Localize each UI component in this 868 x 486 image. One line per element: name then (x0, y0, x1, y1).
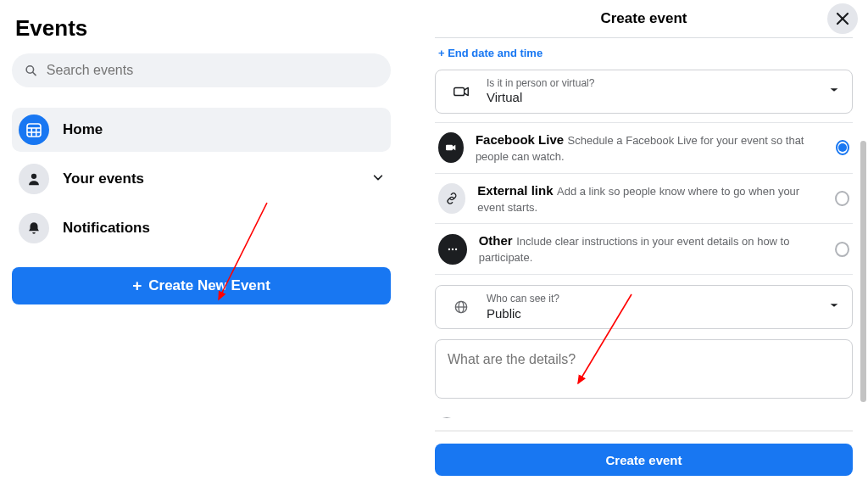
globe-icon (448, 293, 475, 321)
search-icon (24, 63, 38, 78)
radio-selected[interactable] (836, 140, 849, 155)
svg-line-1 (33, 72, 36, 75)
virtual-icon (448, 78, 475, 105)
calendar-grid-icon (19, 115, 49, 145)
sidebar-item-label: Your events (63, 170, 144, 187)
sidebar-item-notifications[interactable]: Notifications (12, 206, 391, 250)
option-facebook-live[interactable]: Facebook Live Schedule a Facebook Live f… (435, 122, 853, 174)
add-cohosts-row[interactable]: + Add co-hosts (435, 414, 853, 418)
select-value: Virtual (487, 90, 522, 104)
create-event-dialog: Create event + End date and time Is it i… (420, 0, 868, 486)
link-icon (438, 183, 465, 214)
sidebar-nav: Home Your events Notifications (12, 108, 391, 250)
svg-point-7 (31, 174, 36, 179)
details-field[interactable] (435, 339, 853, 399)
select-stack: Is it in person or virtual? Virtual (487, 77, 594, 106)
option-desc: Include clear instructions in your event… (479, 235, 790, 264)
svg-point-13 (448, 249, 450, 250)
sidebar-item-label: Home (63, 121, 103, 138)
plus-circle-icon: + (437, 417, 457, 418)
select-stack: Who can see it? Public (487, 293, 559, 321)
events-sidebar: Events Home Your events (0, 0, 403, 486)
close-icon (835, 11, 850, 26)
svg-rect-2 (27, 124, 41, 137)
svg-rect-12 (446, 145, 453, 151)
select-value: Public (487, 306, 521, 321)
person-icon (19, 164, 49, 194)
plus-icon: + (132, 277, 142, 295)
option-other[interactable]: Other Include clear instructions in your… (435, 224, 853, 275)
dialog-footer: Create event (420, 430, 868, 476)
caret-down-icon (828, 299, 840, 315)
create-button-label: Create New Event (148, 277, 270, 294)
search-input[interactable] (47, 63, 379, 78)
radio-unselected[interactable] (835, 242, 849, 257)
sidebar-item-your-events[interactable]: Your events (12, 157, 391, 201)
create-new-event-button[interactable]: + Create New Event (12, 267, 391, 304)
option-stack: External link Add a link so people know … (477, 182, 823, 215)
caret-down-icon (828, 84, 840, 99)
select-label: Is it in person or virtual? (487, 77, 594, 89)
select-label: Who can see it? (487, 293, 559, 304)
virtual-options: Facebook Live Schedule a Facebook Live f… (435, 122, 853, 275)
visibility-select[interactable]: Who can see it? Public (435, 285, 853, 329)
dots-icon (438, 234, 467, 265)
sidebar-item-home[interactable]: Home (12, 108, 391, 152)
end-date-link[interactable]: + End date and time (435, 38, 853, 70)
dialog-header: Create event (420, 0, 868, 37)
camera-icon (438, 132, 464, 163)
radio-unselected[interactable] (835, 191, 849, 206)
svg-point-14 (452, 249, 453, 250)
svg-point-15 (455, 249, 457, 250)
close-button[interactable] (827, 3, 858, 34)
event-type-select[interactable]: Is it in person or virtual? Virtual (435, 70, 853, 114)
option-external-link[interactable]: External link Add a link so people know … (435, 174, 853, 225)
option-title: Other (479, 233, 513, 248)
option-stack: Facebook Live Schedule a Facebook Live f… (476, 131, 825, 165)
create-event-submit[interactable]: Create event (435, 444, 853, 476)
sidebar-item-label: Notifications (63, 220, 150, 237)
details-textarea[interactable] (448, 352, 840, 383)
svg-rect-11 (454, 87, 465, 95)
chevron-down-icon (372, 171, 384, 187)
option-title: Facebook Live (476, 132, 564, 147)
bell-icon (19, 213, 49, 243)
scrollbar-thumb[interactable] (860, 141, 866, 402)
dialog-body: + End date and time Is it in person or v… (420, 37, 868, 418)
search-box[interactable] (12, 53, 391, 87)
option-stack: Other Include clear instructions in your… (479, 232, 823, 265)
dialog-title: Create event (600, 10, 687, 27)
option-title: External link (477, 183, 553, 198)
page-title: Events (12, 12, 391, 53)
